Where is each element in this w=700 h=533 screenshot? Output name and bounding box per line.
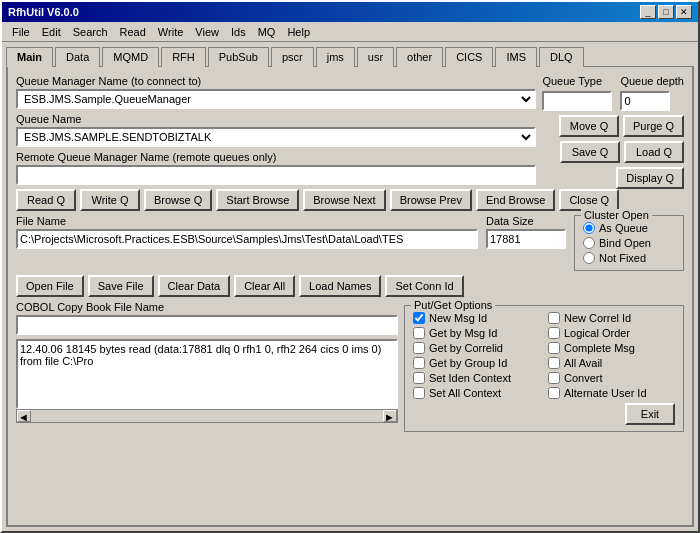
radio-as-queue-input[interactable] [583,222,595,234]
close-q-button[interactable]: Close Q [559,189,619,211]
put-get-checkboxes: New Msg Id New Correl Id Get by Msg Id L… [413,312,675,399]
menu-view[interactable]: View [189,24,225,40]
menu-search[interactable]: Search [67,24,114,40]
check-new-correl-id[interactable]: New Correl Id [548,312,675,324]
check-set-iden-context[interactable]: Set Iden Context [413,372,540,384]
tab-jms[interactable]: jms [316,47,355,67]
maximize-button[interactable]: □ [658,5,674,19]
tab-dlq[interactable]: DLQ [539,47,584,67]
check-set-all-context-input[interactable] [413,387,425,399]
tab-mqmd[interactable]: MQMD [102,47,159,67]
tab-pscr[interactable]: pscr [271,47,314,67]
check-logical-order-input[interactable] [548,327,560,339]
check-get-by-group-id-input[interactable] [413,357,425,369]
load-q-button[interactable]: Load Q [624,141,684,163]
check-all-avail-input[interactable] [548,357,560,369]
save-file-button[interactable]: Save File [88,275,154,297]
data-size-label: Data Size [486,215,566,227]
tab-ims[interactable]: IMS [495,47,537,67]
check-set-iden-context-input[interactable] [413,372,425,384]
menu-help[interactable]: Help [281,24,316,40]
scroll-track [31,410,383,422]
set-conn-id-button[interactable]: Set Conn Id [385,275,463,297]
browse-prev-button[interactable]: Browse Prev [390,189,472,211]
check-all-avail[interactable]: All Avail [548,357,675,369]
read-q-button[interactable]: Read Q [16,189,76,211]
radio-not-fixed-input[interactable] [583,252,595,264]
check-get-by-msg-id[interactable]: Get by Msg Id [413,327,540,339]
menu-file[interactable]: File [6,24,36,40]
data-size-section: Data Size 17881 [486,215,566,249]
write-q-button[interactable]: Write Q [80,189,140,211]
queue-depth-group: Queue depth 0 [620,75,684,111]
tab-usr[interactable]: usr [357,47,394,67]
tab-other[interactable]: other [396,47,443,67]
remote-queue-label: Remote Queue Manager Name (remote queues… [16,151,536,163]
scrollbar-horizontal[interactable]: ◄ ► [16,409,398,423]
menu-ids[interactable]: Ids [225,24,252,40]
cobol-input[interactable] [16,315,398,335]
menu-mq[interactable]: MQ [252,24,282,40]
close-button[interactable]: ✕ [676,5,692,19]
queue-manager-section: Queue Manager Name (to connect to) ESB.J… [16,75,536,109]
main-content: Queue Manager Name (to connect to) ESB.J… [6,66,694,527]
open-file-button[interactable]: Open File [16,275,84,297]
radio-not-fixed[interactable]: Not Fixed [583,252,675,264]
queue-name-select[interactable]: ESB.JMS.SAMPLE.SENDTOBIZTALK [16,127,536,147]
check-complete-msg-input[interactable] [548,342,560,354]
minimize-button[interactable]: _ [640,5,656,19]
check-set-all-context[interactable]: Set All Context [413,387,540,399]
queue-depth-input[interactable]: 0 [620,91,670,111]
top-section: Queue Manager Name (to connect to) ESB.J… [16,75,684,189]
menu-write[interactable]: Write [152,24,189,40]
check-get-by-correlid[interactable]: Get by Correlid [413,342,540,354]
check-convert[interactable]: Convert [548,372,675,384]
browse-next-button[interactable]: Browse Next [303,189,385,211]
display-q-button[interactable]: Display Q [616,167,684,189]
menu-edit[interactable]: Edit [36,24,67,40]
move-q-button[interactable]: Move Q [559,115,619,137]
check-new-msg-id-input[interactable] [413,312,425,324]
file-name-input[interactable]: C:\Projects\Microsoft.Practices.ESB\Sour… [16,229,478,249]
check-convert-input[interactable] [548,372,560,384]
clear-data-button[interactable]: Clear Data [158,275,231,297]
tab-data[interactable]: Data [55,47,100,67]
log-text: 12.40.06 18145 bytes read (data:17881 dl… [20,343,381,367]
check-get-by-msg-id-input[interactable] [413,327,425,339]
check-logical-order[interactable]: Logical Order [548,327,675,339]
radio-bind-open-input[interactable] [583,237,595,249]
queue-manager-label: Queue Manager Name (to connect to) [16,75,536,87]
cluster-open-radio-group: As Queue Bind Open Not Fixed [583,222,675,264]
scroll-right-btn[interactable]: ► [383,410,397,422]
purge-q-button[interactable]: Purge Q [623,115,684,137]
check-alternate-user-id[interactable]: Alternate User Id [548,387,675,399]
tab-rfh[interactable]: RFH [161,47,206,67]
check-new-msg-id[interactable]: New Msg Id [413,312,540,324]
cluster-open-label: Cluster Open [581,209,652,221]
log-text-area[interactable]: 12.40.06 18145 bytes read (data:17881 dl… [16,339,398,409]
end-browse-button[interactable]: End Browse [476,189,555,211]
remote-queue-input[interactable] [16,165,536,185]
check-alternate-user-id-input[interactable] [548,387,560,399]
check-get-by-correlid-input[interactable] [413,342,425,354]
data-size-input[interactable]: 17881 [486,229,566,249]
file-name-section: File Name C:\Projects\Microsoft.Practice… [16,215,478,249]
tab-pubsub[interactable]: PubSub [208,47,269,67]
tab-cics[interactable]: CICS [445,47,493,67]
title-bar-buttons: _ □ ✕ [640,5,692,19]
clear-all-button[interactable]: Clear All [234,275,295,297]
tab-main[interactable]: Main [6,47,53,67]
check-complete-msg[interactable]: Complete Msg [548,342,675,354]
scroll-left-btn[interactable]: ◄ [17,410,31,422]
radio-bind-open[interactable]: Bind Open [583,237,675,249]
save-q-button[interactable]: Save Q [560,141,620,163]
browse-q-button[interactable]: Browse Q [144,189,212,211]
load-names-button[interactable]: Load Names [299,275,381,297]
menu-read[interactable]: Read [114,24,152,40]
start-browse-button[interactable]: Start Browse [216,189,299,211]
queue-manager-select[interactable]: ESB.JMS.Sample.QueueManager [16,89,536,109]
radio-as-queue[interactable]: As Queue [583,222,675,234]
check-new-correl-id-input[interactable] [548,312,560,324]
exit-button[interactable]: Exit [625,403,675,425]
check-get-by-group-id[interactable]: Get by Group Id [413,357,540,369]
